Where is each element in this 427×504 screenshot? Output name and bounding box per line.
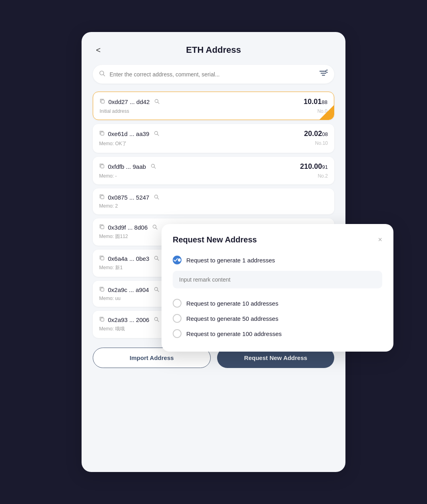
- radio-circle: [173, 299, 182, 308]
- copy-icon[interactable]: [99, 224, 105, 231]
- address-text: 0xfdfb ... 9aab: [108, 163, 146, 170]
- radio-item-3[interactable]: Request to generate 100 addresses: [173, 327, 382, 340]
- radio-label: Request to generate 100 addresses: [186, 330, 282, 337]
- address-search-icon[interactable]: [154, 99, 160, 105]
- address-item[interactable]: 0xfdfb ... 9aab 210.0091 Memo: - No.2: [93, 157, 334, 184]
- no-badge: No.10: [315, 140, 328, 147]
- memo-text: Initial address: [100, 108, 129, 114]
- copy-icon[interactable]: [99, 130, 105, 137]
- svg-line-17: [158, 198, 159, 199]
- svg-rect-21: [101, 257, 104, 260]
- address-search-icon[interactable]: [154, 287, 159, 293]
- modal-header: Request New Address ×: [173, 235, 382, 244]
- filter-icon[interactable]: [319, 70, 328, 79]
- memo-text: Memo: 哦哦: [99, 326, 125, 332]
- address-search-icon[interactable]: [154, 317, 159, 323]
- address-item-top: 0x0875 ... 5247: [99, 194, 328, 201]
- address-text: 0xe61d ... aa39: [108, 130, 149, 137]
- radio-circle: [173, 329, 182, 338]
- address-text: 0xdd27 ... dd42: [108, 98, 150, 105]
- svg-line-1: [104, 74, 105, 76]
- address-left: 0xfdfb ... 9aab: [99, 163, 156, 170]
- svg-line-8: [158, 102, 160, 104]
- address-text: 0x0875 ... 5247: [108, 194, 149, 201]
- address-search-icon[interactable]: [151, 164, 156, 170]
- svg-line-20: [156, 228, 158, 229]
- svg-rect-12: [101, 165, 104, 168]
- copy-icon[interactable]: [100, 98, 105, 105]
- address-item-bottom: Memo: - No.2: [99, 173, 328, 179]
- svg-line-26: [157, 290, 159, 292]
- address-left: 0xe61d ... aa39: [99, 130, 159, 137]
- radio-label: Request to generate 10 addresses: [186, 300, 278, 307]
- svg-line-23: [158, 259, 159, 260]
- address-text: 0x3d9f ... 8d06: [108, 224, 148, 231]
- address-item[interactable]: 0xe61d ... aa39 20.0208 Memo: OK了 No.10: [93, 124, 334, 153]
- memo-text: Memo: 2: [99, 203, 118, 209]
- back-button[interactable]: <: [93, 44, 104, 56]
- address-amount: 20.0208: [304, 130, 328, 138]
- address-text: 0x6a4a ... 0be3: [108, 255, 149, 262]
- radio-item-1[interactable]: Request to generate 10 addresses: [173, 296, 382, 310]
- address-search-icon[interactable]: [152, 224, 158, 231]
- radio-item[interactable]: Request to generate 50 addresses: [173, 312, 382, 325]
- svg-point-5: [326, 70, 328, 72]
- main-card: < ETH Address: [82, 32, 345, 472]
- address-left: 0x2a93 ... 2006: [99, 316, 159, 323]
- address-text: 0x2a93 ... 2006: [108, 316, 149, 323]
- memo-text: Memo: OK了: [99, 140, 127, 147]
- modal-close-button[interactable]: ×: [378, 236, 382, 244]
- address-left: 0x3d9f ... 8d06: [99, 224, 158, 231]
- address-item[interactable]: 0x0875 ... 5247 Memo: 2: [93, 188, 334, 214]
- svg-rect-27: [101, 318, 104, 321]
- copy-icon[interactable]: [99, 163, 105, 170]
- search-icon: [99, 70, 106, 78]
- remark-input[interactable]: [173, 271, 382, 288]
- radio-item[interactable]: Request to generate 1 addresses: [173, 253, 382, 295]
- svg-rect-6: [101, 100, 104, 103]
- address-amount: 10.0188: [303, 98, 327, 106]
- radio-circle-checked: [173, 256, 182, 264]
- page-title: ETH Address: [186, 45, 241, 55]
- copy-icon[interactable]: [99, 316, 105, 323]
- svg-line-29: [158, 320, 159, 322]
- address-amount: 210.0091: [300, 162, 328, 171]
- address-item-bottom: Memo: OK了 No.10: [99, 140, 328, 147]
- radio-item-2[interactable]: Request to generate 50 addresses: [173, 312, 382, 325]
- no-badge: No.2: [318, 173, 328, 179]
- memo-text: Memo: 新1: [99, 264, 123, 271]
- address-item-top: 0xe61d ... aa39 20.0208: [99, 130, 328, 138]
- address-search-icon[interactable]: [154, 131, 159, 137]
- copy-icon[interactable]: [99, 194, 105, 201]
- search-bar: [93, 65, 334, 84]
- memo-text: Memo: 圆112: [99, 233, 128, 240]
- radio-item-0[interactable]: Request to generate 1 addresses: [173, 253, 382, 267]
- radio-label: Request to generate 1 addresses: [186, 257, 275, 264]
- radio-item[interactable]: Request to generate 10 addresses: [173, 296, 382, 310]
- address-left: 0x0875 ... 5247: [99, 194, 159, 201]
- svg-line-11: [158, 134, 159, 136]
- modal-title: Request New Address: [173, 235, 257, 244]
- radio-circle: [173, 314, 182, 323]
- svg-rect-9: [101, 132, 104, 135]
- svg-rect-15: [101, 196, 104, 199]
- address-left: 0x2a9c ... a904: [99, 286, 159, 293]
- address-text: 0x2a9c ... a904: [108, 286, 149, 293]
- memo-text: Memo: -: [99, 173, 117, 179]
- address-left: 0x6a4a ... 0be3: [99, 255, 159, 262]
- address-item-bottom: Initial address No.0: [100, 108, 327, 114]
- copy-icon[interactable]: [99, 286, 105, 293]
- address-search-icon[interactable]: [154, 256, 159, 262]
- memo-text: Memo: uu: [99, 296, 120, 301]
- address-left: 0xdd27 ... dd42: [100, 98, 160, 105]
- copy-icon[interactable]: [99, 255, 105, 262]
- address-item-top: 0xfdfb ... 9aab 210.0091: [99, 162, 328, 171]
- svg-line-14: [154, 167, 156, 168]
- address-item[interactable]: 0xdd27 ... dd42 10.0188 Initial address …: [93, 92, 334, 120]
- modal-radio-group: Request to generate 1 addresses Request …: [173, 253, 382, 340]
- modal-card: Request New Address × Request to generat…: [162, 224, 393, 352]
- radio-item[interactable]: Request to generate 100 addresses: [173, 327, 382, 340]
- address-search-icon[interactable]: [154, 194, 159, 201]
- orange-corner: [319, 105, 334, 120]
- search-input[interactable]: [110, 71, 315, 78]
